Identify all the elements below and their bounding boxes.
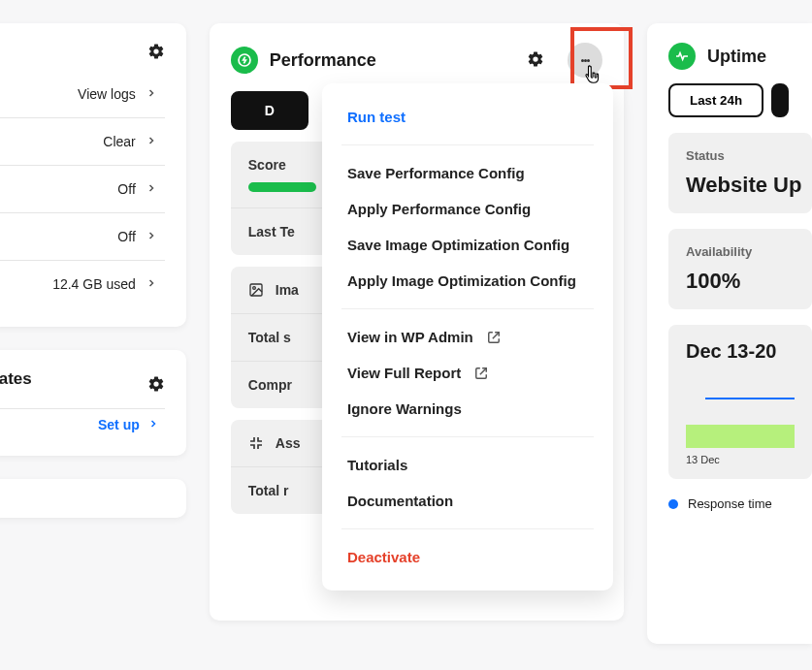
uptime-header: Uptime: [668, 43, 812, 70]
menu-deactivate[interactable]: Deactivate: [322, 539, 613, 575]
row-off-2[interactable]: Off: [0, 212, 165, 260]
chart-title: Dec 13-20: [686, 340, 795, 363]
menu-label: Apply Image Optimization Config: [347, 272, 576, 289]
range-last24h-button[interactable]: Last 24h: [668, 83, 763, 117]
menu-divider: [341, 436, 594, 437]
score-bar: [248, 182, 316, 192]
availability-label: Availability: [686, 244, 795, 259]
performance-actions-menu: Run test Save Performance Config Apply P…: [322, 83, 613, 590]
chevron-right-icon: [146, 276, 157, 292]
chevron-right-icon: [146, 134, 157, 149]
row-label: Off: [117, 181, 135, 197]
uptime-title: Uptime: [707, 47, 766, 67]
menu-label: Run test: [347, 109, 406, 125]
menu-label: View in WP Admin: [347, 329, 473, 345]
performance-header: Performance: [231, 43, 602, 78]
left-widget-card: View logs Clear Off: [0, 23, 186, 327]
templates-title-fragment: lates: [0, 369, 32, 389]
total-s-label: Total s: [248, 330, 291, 345]
uptime-chart: Dec 13-20 13 Dec: [668, 325, 812, 479]
templates-card: lates Set up: [0, 350, 186, 456]
status-value: Website Up: [686, 173, 795, 198]
menu-label: Ignore Warnings: [347, 400, 462, 417]
setup-link[interactable]: Set up: [0, 409, 165, 436]
button-label-fragment: D: [265, 103, 275, 118]
menu-view-wp-admin[interactable]: View in WP Admin: [322, 319, 613, 355]
menu-run-test[interactable]: Run test: [322, 99, 613, 135]
image-label: Ima: [276, 282, 299, 298]
kebab-dot: [587, 59, 590, 62]
menu-tutorials[interactable]: Tutorials: [322, 447, 613, 483]
uptime-card: Uptime Last 24h Status Website Up Availa…: [647, 23, 812, 644]
legend-label-response: Response time: [688, 496, 772, 511]
menu-documentation[interactable]: Documentation: [322, 483, 613, 519]
menu-label: Save Image Optimization Config: [347, 237, 569, 253]
image-icon: [248, 282, 264, 298]
row-off-1[interactable]: Off: [0, 165, 165, 212]
row-view-logs[interactable]: View logs: [0, 71, 165, 117]
response-time-line: [705, 398, 795, 399]
uptime-band: [686, 425, 795, 448]
external-link-icon: [474, 367, 488, 380]
row-label: Clear: [103, 134, 135, 149]
row-clear[interactable]: Clear: [0, 117, 165, 165]
left-card-gear-row: [0, 43, 165, 63]
menu-divider: [341, 144, 594, 145]
legend-dot-response: [668, 499, 678, 509]
menu-ignore-warnings[interactable]: Ignore Warnings: [322, 391, 613, 427]
menu-divider: [341, 528, 594, 529]
menu-label: Tutorials: [347, 457, 407, 473]
performance-title: Performance: [270, 50, 376, 71]
row-label: View logs: [78, 86, 136, 102]
assets-label: Ass: [276, 435, 301, 451]
range-more-button[interactable]: [771, 83, 789, 117]
last-test-label: Last Te: [248, 224, 295, 239]
row-label: Off: [117, 229, 135, 244]
range-selector: Last 24h: [668, 83, 812, 117]
compress-icon: [248, 435, 264, 451]
menu-save-perf-config[interactable]: Save Performance Config: [322, 155, 613, 191]
row-storage[interactable]: 12.4 GB used: [0, 260, 165, 307]
menu-view-full-report[interactable]: View Full Report: [322, 355, 613, 391]
availability-block: Availability 100%: [668, 229, 812, 309]
chevron-right-icon: [146, 181, 157, 197]
compr-label: Compr: [248, 377, 292, 393]
menu-label: Save Performance Config: [347, 165, 525, 181]
menu-label: View Full Report: [347, 365, 461, 381]
more-actions-button[interactable]: [568, 43, 602, 78]
menu-label: Documentation: [347, 493, 453, 509]
chevron-right-icon: [146, 229, 157, 244]
gear-icon[interactable]: [147, 43, 165, 63]
partial-card: [0, 479, 186, 518]
menu-save-img-config[interactable]: Save Image Optimization Config: [322, 227, 613, 263]
svg-point-2: [252, 287, 255, 290]
menu-divider: [341, 308, 594, 309]
gear-icon[interactable]: [147, 375, 165, 396]
menu-apply-perf-config[interactable]: Apply Performance Config: [322, 191, 613, 227]
setup-label: Set up: [98, 417, 140, 432]
heartbeat-icon: [668, 43, 696, 70]
gear-icon[interactable]: [527, 50, 544, 71]
chart-legend: Response time: [668, 496, 812, 511]
score-label: Score: [248, 157, 286, 173]
total-r-label: Total r: [248, 483, 289, 498]
menu-label: Deactivate: [347, 549, 420, 565]
left-widget-list: View logs Clear Off: [0, 71, 165, 307]
bolt-icon: [231, 47, 258, 74]
chart-area: 13 Dec: [686, 376, 795, 463]
range-label: Last 24h: [690, 93, 742, 108]
chevron-right-icon: [147, 417, 159, 432]
availability-value: 100%: [686, 269, 795, 294]
primary-action-button[interactable]: D: [231, 91, 309, 130]
menu-apply-img-config[interactable]: Apply Image Optimization Config: [322, 263, 613, 299]
chevron-right-icon: [146, 86, 157, 102]
status-block: Status Website Up: [668, 133, 812, 213]
menu-label: Apply Performance Config: [347, 201, 531, 217]
row-label: 12.4 GB used: [52, 276, 136, 292]
x-tick-0: 13 Dec: [686, 454, 720, 465]
external-link-icon: [487, 331, 501, 344]
status-label: Status: [686, 148, 795, 163]
